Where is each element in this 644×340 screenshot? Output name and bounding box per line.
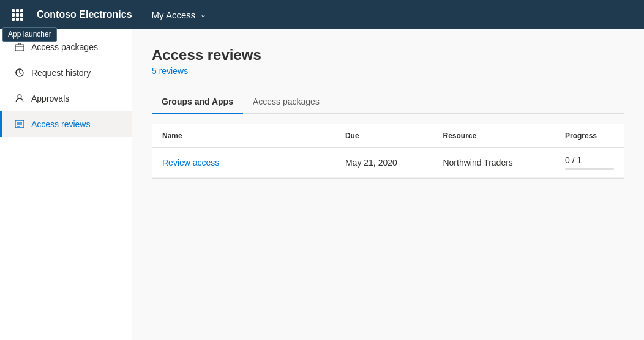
main-content: Access reviews 5 reviews Groups and Apps… <box>132 29 644 340</box>
topbar: App launcher Contoso Electronics My Acce… <box>0 0 644 29</box>
tab-access-packages[interactable]: Access packages <box>243 91 329 114</box>
company-name: Contoso Electronics <box>37 9 132 20</box>
table-header-row: Name Due Resource Progress <box>152 124 624 148</box>
col-header-resource: Resource <box>433 124 555 148</box>
sidebar-label-approvals: Approvals <box>31 94 69 103</box>
progress-bar-background <box>565 168 614 170</box>
svg-rect-4 <box>16 13 19 17</box>
col-header-name: Name <box>152 124 335 148</box>
approvals-icon <box>14 93 25 104</box>
col-header-due: Due <box>335 124 433 148</box>
svg-rect-0 <box>12 9 15 12</box>
sidebar: Access packages Request history Approva <box>0 29 132 340</box>
sidebar-label-access-reviews: Access reviews <box>31 119 90 129</box>
layout: Access packages Request history Approva <box>0 29 644 340</box>
reviews-icon <box>14 119 25 130</box>
page-title: Access reviews <box>152 46 624 64</box>
my-access-nav[interactable]: My Access ⌄ <box>152 10 207 20</box>
history-icon <box>14 67 25 78</box>
app-launcher-tooltip: App launcher <box>2 27 57 42</box>
sidebar-item-request-history[interactable]: Request history <box>0 60 132 86</box>
svg-rect-2 <box>20 9 23 12</box>
review-name-link[interactable]: Review access <box>152 148 335 178</box>
chevron-down-icon: ⌄ <box>200 10 206 19</box>
svg-point-11 <box>18 95 21 98</box>
reviews-table-container: Name Due Resource Progress Review access… <box>152 124 624 179</box>
svg-rect-6 <box>12 18 15 21</box>
reviews-table: Name Due Resource Progress Review access… <box>152 124 624 178</box>
package-icon <box>14 42 25 53</box>
sidebar-label-request-history: Request history <box>31 68 91 78</box>
svg-rect-1 <box>16 9 19 12</box>
page-subtitle: 5 reviews <box>152 66 624 76</box>
review-due-date: May 21, 2020 <box>335 148 433 178</box>
sidebar-item-access-reviews[interactable]: Access reviews <box>0 111 132 137</box>
svg-rect-7 <box>16 18 19 21</box>
progress-text: 0 / 1 <box>565 155 614 165</box>
review-resource: Northwind Traders <box>433 148 555 178</box>
col-header-progress: Progress <box>555 124 624 148</box>
sidebar-item-approvals[interactable]: Approvals <box>0 86 132 111</box>
app-launcher-button[interactable] <box>7 5 27 24</box>
svg-rect-8 <box>20 18 23 21</box>
svg-rect-3 <box>12 13 15 17</box>
tab-groups-and-apps[interactable]: Groups and Apps <box>152 91 243 114</box>
svg-rect-9 <box>15 45 24 51</box>
nav-label: My Access <box>152 10 196 20</box>
tabs: Groups and Apps Access packages <box>152 91 624 114</box>
sidebar-label-access-packages: Access packages <box>31 42 98 52</box>
review-progress: 0 / 1 <box>555 148 624 178</box>
svg-rect-5 <box>20 13 23 17</box>
progress-container: 0 / 1 <box>565 155 614 170</box>
table-row: Review access May 21, 2020 Northwind Tra… <box>152 148 624 178</box>
